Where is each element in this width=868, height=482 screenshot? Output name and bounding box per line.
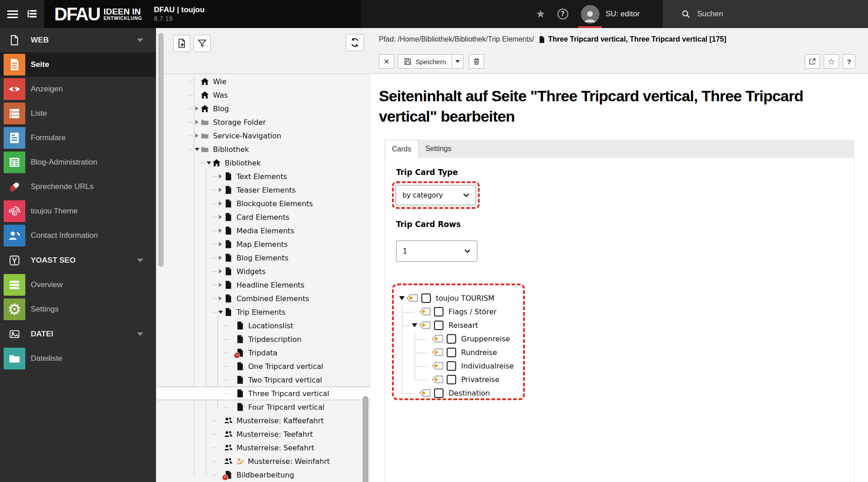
chevron-expanded-icon[interactable] bbox=[206, 160, 212, 166]
tree-item-combined-elements[interactable]: Combined Elements bbox=[156, 292, 371, 305]
tree-item-blog[interactable]: Blog bbox=[156, 102, 371, 115]
category-checkbox-toujou-tourism[interactable] bbox=[421, 293, 431, 303]
help-icon[interactable]: ? bbox=[557, 9, 568, 19]
chevron-collapsed-icon[interactable] bbox=[217, 282, 223, 288]
filter-button[interactable] bbox=[193, 35, 211, 52]
tree-item-service-navigation[interactable]: Service-Navigation bbox=[156, 129, 371, 142]
chevron-collapsed-icon[interactable] bbox=[194, 106, 200, 112]
sidebar-item-dateiliste[interactable]: Dateiliste bbox=[0, 346, 156, 371]
tree-item-musterreise-teefahrt[interactable]: Musterreise: Teefahrt bbox=[156, 427, 371, 441]
category-tag-icon bbox=[432, 375, 443, 383]
open-in-new-window-button[interactable] bbox=[805, 54, 820, 69]
hamburger-icon[interactable] bbox=[5, 6, 20, 22]
tree-arrow-spacer bbox=[217, 445, 223, 451]
brand-name: DFAU bbox=[54, 4, 100, 24]
tree-item-one-tripcard-vertical[interactable]: One Tripcard vertical bbox=[156, 359, 371, 373]
tree-scrollbar[interactable] bbox=[363, 396, 368, 482]
tree-item-map-elements[interactable]: Map Elements bbox=[156, 237, 371, 251]
category-checkbox-privatreise[interactable] bbox=[447, 375, 456, 384]
tree-item-tripdata[interactable]: –Tripdata bbox=[156, 346, 371, 359]
chevron-collapsed-icon[interactable] bbox=[194, 119, 200, 125]
category-checkbox-individualreise[interactable] bbox=[447, 361, 456, 371]
tree-item-bildbearbeitung[interactable]: –Bildbearbeitung bbox=[156, 468, 371, 482]
sidebar-section-header-web[interactable]: WEB bbox=[0, 28, 156, 52]
liste-icon bbox=[4, 103, 25, 124]
sidebar-item-sprechende-urls[interactable]: Sprechende URLs bbox=[0, 175, 156, 199]
bookmark-button[interactable]: ☆ bbox=[824, 54, 839, 69]
tree-item-storage-folder[interactable]: Storage Folder bbox=[156, 115, 371, 129]
search-input[interactable]: Suchen bbox=[663, 0, 868, 28]
category-checkbox-rundreise[interactable] bbox=[447, 348, 456, 357]
category-checkbox-destination[interactable] bbox=[434, 388, 443, 398]
tree-item-blog-elements[interactable]: Blog Elements bbox=[156, 251, 371, 265]
tree-item-bibliothek[interactable]: Bibliothek bbox=[156, 156, 371, 170]
chevron-collapsed-icon[interactable] bbox=[217, 228, 223, 234]
home-icon bbox=[200, 104, 209, 113]
chevron-collapsed-icon[interactable] bbox=[194, 133, 200, 139]
tree-item-widgets[interactable]: Widgets bbox=[156, 265, 371, 278]
tree-item-blockquote-elements[interactable]: Blockquote Elements bbox=[156, 197, 371, 210]
tree-toggle-icon[interactable] bbox=[24, 6, 40, 22]
tree-item-card-elements[interactable]: Card Elements bbox=[156, 210, 371, 224]
sidebar-item-toujou-theme[interactable]: toujou Theme bbox=[0, 199, 156, 223]
chevron-collapsed-icon[interactable] bbox=[217, 174, 223, 180]
sidebar-item-blog-administration[interactable]: Blog-Administration bbox=[0, 150, 156, 175]
delete-button[interactable] bbox=[469, 54, 484, 69]
chevron-expanded-icon[interactable] bbox=[399, 295, 406, 301]
sidebar-item-seite[interactable]: Seite bbox=[0, 52, 156, 77]
sidebar-item-contact-information[interactable]: Contact Information bbox=[0, 223, 156, 248]
tree-item-trip-elements[interactable]: Trip Elements bbox=[156, 305, 371, 319]
sidebar-item-anzeigen[interactable]: Anzeigen bbox=[0, 77, 156, 101]
tree-item-was[interactable]: Was bbox=[156, 88, 371, 102]
tree-item-four-tripcard-vertical[interactable]: Four Tripcard vertical bbox=[156, 400, 371, 414]
menu-scrollbar[interactable] bbox=[158, 33, 164, 267]
tree-item-wie[interactable]: Wie bbox=[156, 75, 371, 88]
chevron-expanded-icon[interactable] bbox=[412, 322, 419, 328]
chevron-down-icon bbox=[137, 38, 143, 42]
doc-help-button[interactable]: ? bbox=[843, 54, 855, 69]
bookmark-star-icon[interactable]: ★ bbox=[536, 8, 546, 20]
tree-item-musterreise-kaffeefahrt[interactable]: Musterreise: Kaffeefahrt bbox=[156, 414, 371, 427]
category-item-label: toujou TOURISM bbox=[436, 294, 495, 302]
chevron-collapsed-icon[interactable] bbox=[217, 269, 223, 274]
chevron-collapsed-icon[interactable] bbox=[217, 241, 223, 247]
tree-item-teaser-elements[interactable]: Teaser Elements bbox=[156, 183, 371, 197]
chevron-collapsed-icon[interactable] bbox=[217, 214, 223, 220]
sidebar-item-formulare[interactable]: Formulare bbox=[0, 126, 156, 150]
tree-item-three-tripcard-vertical[interactable]: Three Tripcard vertical bbox=[156, 387, 371, 400]
chevron-collapsed-icon[interactable] bbox=[217, 255, 223, 261]
sidebar-item-liste[interactable]: Liste bbox=[0, 101, 156, 126]
tree-item-media-elements[interactable]: Media Elements bbox=[156, 224, 371, 237]
sidebar-section-header-yoast-seo[interactable]: YOAST SEO bbox=[0, 248, 156, 273]
chevron-collapsed-icon[interactable] bbox=[217, 296, 223, 302]
tree-item-musterreise-seefahrt[interactable]: Musterreise: Seefahrt bbox=[156, 441, 371, 454]
sidebar-item-settings[interactable]: ⚙Settings bbox=[0, 297, 156, 321]
category-checkbox-gruppenreise[interactable] bbox=[447, 334, 456, 344]
tab-cards[interactable]: Cards bbox=[385, 140, 419, 158]
tree-item-bibliothek[interactable]: Bibliothek bbox=[156, 142, 371, 156]
tree-item-headline-elements[interactable]: Headline Elements bbox=[156, 278, 371, 292]
refresh-button[interactable] bbox=[346, 34, 364, 51]
category-item-rundreise: Rundreise bbox=[398, 345, 523, 359]
trip-card-type-select[interactable]: by category bbox=[396, 185, 476, 205]
chevron-expanded-icon[interactable] bbox=[194, 146, 200, 152]
sidebar-item-overview[interactable]: Overview bbox=[0, 273, 156, 297]
trip-card-rows-select[interactable]: 1 bbox=[396, 241, 477, 262]
category-checkbox-flags-st-rer[interactable] bbox=[434, 307, 443, 317]
user-menu[interactable]: SU: editor bbox=[581, 0, 640, 28]
save-button[interactable]: Speichern bbox=[398, 54, 452, 69]
tree-item-musterreise-weinfahrt[interactable]: Musterreise: Weinfahrt bbox=[156, 454, 371, 468]
category-checkbox-reiseart[interactable] bbox=[434, 321, 443, 330]
chevron-expanded-icon[interactable] bbox=[217, 309, 223, 315]
chevron-collapsed-icon[interactable] bbox=[217, 187, 223, 193]
new-page-button[interactable] bbox=[173, 35, 190, 52]
tab-settings[interactable]: Settings bbox=[419, 140, 458, 158]
tree-item-locationslist[interactable]: Locationslist bbox=[156, 319, 371, 332]
chevron-collapsed-icon[interactable] bbox=[217, 201, 223, 207]
tree-item-tripdescription[interactable]: Tripdescription bbox=[156, 332, 371, 346]
save-options-button[interactable] bbox=[452, 54, 463, 69]
tree-item-two-tripcard-vertical[interactable]: Two Tripcard vertical bbox=[156, 373, 371, 387]
close-button[interactable]: ✕ bbox=[379, 54, 394, 69]
sidebar-section-header-datei[interactable]: DATEI bbox=[0, 322, 156, 346]
tree-item-text-elements[interactable]: Text Elements bbox=[156, 170, 371, 183]
